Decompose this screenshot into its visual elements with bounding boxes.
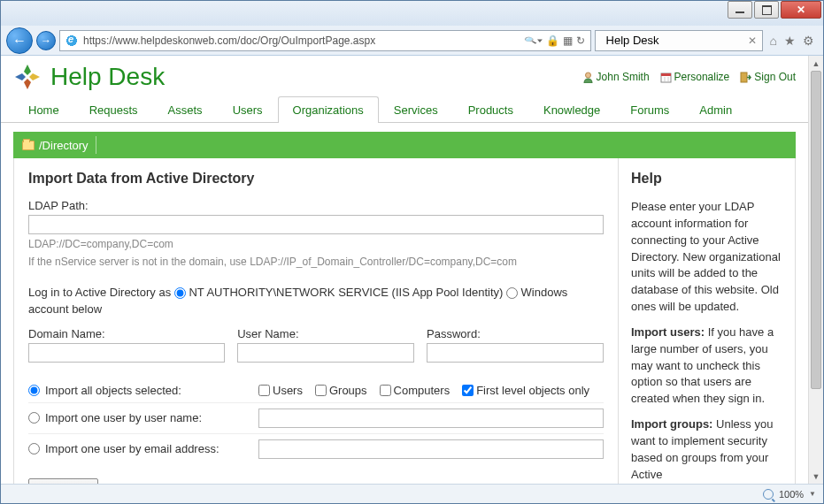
window-maximize-button[interactable] [754,1,779,19]
help-p3: Import groups: Unless you want to implem… [631,416,782,483]
page-content: Help Desk John Smith Personalize Sign Ou… [1,56,808,484]
zoom-level: 100% [779,489,804,500]
app-title: Help Desk [50,63,165,91]
folder-icon [22,141,35,150]
app-logo-icon [13,63,42,91]
user-link[interactable]: John Smith [582,71,650,83]
scroll-up-icon[interactable]: ▲ [809,56,823,71]
form-panel: Import Data from Active Directory LDAP P… [14,158,618,484]
browser-forward-button[interactable]: → [36,31,56,50]
browser-toolbar: ← → https://www.helpdeskonweb.com/doc/Or… [1,26,823,56]
ie-icon [65,34,78,47]
page-viewport: Help Desk John Smith Personalize Sign Ou… [1,56,823,484]
scroll-thumb[interactable] [811,71,821,389]
nav-tab-services[interactable]: Services [379,96,453,123]
import-options: Import all objects selected: Users Group… [28,378,604,464]
compat-icon[interactable]: ▦ [563,34,573,47]
lock-icon[interactable]: 🔒 [546,34,559,47]
credentials-row: Domain Name: User Name: Password: [28,327,604,363]
nav-tab-knowledge[interactable]: Knowledge [528,96,615,123]
nav-tab-assets[interactable]: Assets [153,96,218,123]
import-by-email-radio[interactable] [28,443,40,454]
browser-window: ✕ ← → https://www.helpdeskonweb.com/doc/… [0,0,824,504]
nav-tab-requests[interactable]: Requests [74,96,153,123]
username-input[interactable] [237,343,414,363]
favorites-icon[interactable]: ★ [784,34,796,48]
tab-close-icon[interactable]: ✕ [748,34,757,47]
breadcrumb-bar: /Directory [13,132,796,158]
ldap-hint2: If the nService server is not in the dom… [28,255,604,270]
ldap-path-label: LDAP Path: [28,199,604,212]
personalize-link[interactable]: Personalize [660,71,730,83]
username-label: User Name: [237,327,414,340]
nav-tab-users[interactable]: Users [218,96,278,123]
chk-firstlevel[interactable]: First level objects only [462,384,589,397]
browser-back-button[interactable]: ← [6,27,33,54]
zoom-dropdown-icon[interactable]: ▼ [809,490,816,498]
login-opt-network-service[interactable]: NT AUTHORITY\NETWORK SERVICE (IIS App Po… [174,286,504,299]
import-by-username-radio[interactable] [28,412,40,424]
help-panel: Help Please enter your LDAP account info… [618,158,795,484]
signout-link[interactable]: Sign Out [740,71,796,83]
home-icon[interactable]: ⌂ [770,34,777,48]
chk-groups[interactable]: Groups [315,384,367,397]
nav-tab-products[interactable]: Products [453,96,528,123]
chk-users[interactable]: Users [258,384,303,397]
nav-tab-forums[interactable]: Forums [615,96,684,123]
password-input[interactable] [427,343,604,363]
vertical-scrollbar[interactable]: ▲ ▼ [808,56,823,484]
zoom-icon[interactable] [763,489,774,500]
svg-rect-2 [661,73,671,76]
search-dropdown-icon[interactable]: 🔍▾ [524,36,543,43]
nav-tab-organizations[interactable]: Organizations [278,96,379,123]
login-as-row: Log in to Active Directory as NT AUTHORI… [28,284,604,318]
window-close-button[interactable]: ✕ [781,1,821,19]
ldap-hint1: LDAP://DC=company,DC=com [28,237,604,252]
chk-computers[interactable]: Computers [380,384,451,397]
browser-tools: ⌂ ★ ⚙ [766,34,818,48]
signout-icon [740,72,751,83]
breadcrumb-separator [96,136,96,154]
scroll-down-icon[interactable]: ▼ [809,469,823,484]
domain-input[interactable] [28,343,225,363]
browser-tab[interactable]: Help Desk ✕ [595,30,763,51]
svg-point-0 [585,73,590,78]
refresh-icon[interactable]: ↻ [576,34,585,47]
calendar-icon [660,72,672,83]
domain-label: Domain Name: [28,327,225,340]
address-url: https://www.helpdeskonweb.com/doc/Org/Ou… [83,34,519,47]
window-minimize-button[interactable] [728,1,752,19]
import-by-username-input[interactable] [258,409,604,428]
ldap-path-input[interactable] [28,215,604,234]
import-by-email-input[interactable] [258,439,604,459]
app-header: Help Desk John Smith Personalize Sign Ou… [1,56,808,96]
nav-tab-home[interactable]: Home [13,96,74,123]
help-p1: Please enter your LDAP account informati… [631,199,782,316]
main-panel: Import Data from Active Directory LDAP P… [13,158,796,484]
scroll-track[interactable] [809,71,823,469]
page-heading: Import Data from Active Directory [28,171,604,187]
user-icon [582,72,594,83]
address-bar[interactable]: https://www.helpdeskonweb.com/doc/Org/Ou… [59,30,591,51]
help-p2: Import users: If you have a large number… [631,325,782,408]
nav-tabs: HomeRequestsAssetsUsersOrganizationsServ… [1,96,808,123]
help-body: Please enter your LDAP account informati… [631,199,782,484]
tab-title: Help Desk [606,34,659,47]
address-icons: 🔍▾ 🔒 ▦ ↻ [524,34,585,47]
password-label: Password: [427,327,604,340]
nav-tab-admin[interactable]: Admin [684,96,747,123]
status-bar: 100% ▼ [1,484,823,503]
window-titlebar: ✕ [1,1,823,26]
svg-rect-5 [741,73,747,82]
import-all-radio[interactable] [28,385,40,396]
header-links: John Smith Personalize Sign Out [582,71,796,83]
help-heading: Help [631,171,782,187]
settings-gear-icon[interactable]: ⚙ [803,34,814,48]
breadcrumb-item[interactable]: /Directory [22,139,89,152]
login-prefix: Log in to Active Directory as [28,286,171,299]
